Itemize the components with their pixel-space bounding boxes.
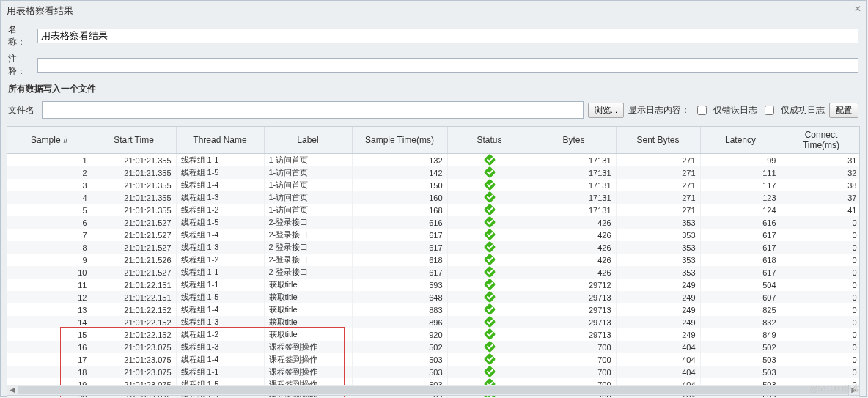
table-row[interactable]: 1521:01:22.152线程组 1-2获取title920297132498… [7,328,860,341]
status-ok-icon [483,154,496,166]
cell: 29713 [532,328,616,341]
browse-button[interactable]: 浏览... [588,103,624,118]
cell: 15 [7,328,92,341]
cell [447,303,532,316]
table-row[interactable]: 321:01:21.355线程组 1-41-访问首页15017131271117… [7,179,860,191]
status-ok-icon [483,204,496,215]
cell: 21:01:22.152 [92,316,176,328]
status-ok-icon [483,191,496,203]
comment-input[interactable] [37,58,858,73]
cell: 21:01:21.355 [92,179,176,191]
scroll-left-icon[interactable]: ◄ [7,385,18,395]
cell [447,191,532,204]
cell: 2-登录接口 [264,241,352,254]
name-row: 名称： [1,21,866,51]
table-row[interactable]: 1421:01:22.152线程组 1-3获取title896297132498… [7,316,860,328]
results-table-wrap[interactable]: Sample #Start TimeThread NameLabelSample… [7,126,860,397]
table-row[interactable]: 1021:01:21.527线程组 1-12-登录接口6174263536170 [7,266,860,279]
col-8[interactable]: Latency [700,127,781,154]
table-row[interactable]: 621:01:21.527线程组 1-52-登录接口6164263536160 [7,216,860,229]
config-button[interactable]: 配置 [829,103,858,118]
cell: 353 [616,229,700,241]
table-row[interactable]: 521:01:21.355线程组 1-21-访问首页16817131271124… [7,204,860,216]
col-2[interactable]: Thread Name [176,127,264,154]
status-ok-icon [483,303,496,315]
table-row[interactable]: 221:01:21.355线程组 1-51-访问首页14217131271111… [7,166,860,179]
cell: 获取title [264,279,352,291]
cell: 700 [532,341,616,353]
cell: 21:01:21.355 [92,166,176,179]
cell [447,166,532,179]
window-title: 用表格察看结果 [1,1,866,21]
cell [447,154,532,167]
cell: 920 [352,328,447,341]
cell: 124 [700,204,781,216]
cell: 616 [352,216,447,229]
col-7[interactable]: Sent Bytes [616,127,700,154]
cell: 29713 [532,291,616,303]
results-table: Sample #Start TimeThread NameLabelSample… [7,127,860,397]
cell: 700 [532,366,616,378]
cell: 21:01:21.355 [92,191,176,204]
cell: 38 [781,179,860,191]
cell: 502 [352,341,447,353]
table-row[interactable]: 1721:01:23.075线程组 1-4课程签到操作5037004045030 [7,353,860,366]
cell: 1-访问首页 [264,191,352,204]
table-row[interactable]: 421:01:21.355线程组 1-31-访问首页16017131271123… [7,191,860,204]
cell: 249 [616,279,700,291]
cell: 160 [352,191,447,204]
cell: 426 [532,266,616,279]
cell: 线程组 1-4 [176,303,264,316]
scroll-thumb[interactable] [18,386,849,394]
col-9[interactable]: Connect Time(ms) [781,127,860,154]
status-ok-icon [483,328,496,340]
cell [447,328,532,341]
cell: 249 [616,291,700,303]
cell: 0 [781,291,860,303]
status-ok-icon [483,179,496,191]
table-row[interactable]: 1821:01:23.075线程组 1-1课程签到操作5037004045030 [7,366,860,378]
col-1[interactable]: Start Time [92,127,176,154]
cell: 线程组 1-4 [176,229,264,241]
cell: 404 [616,341,700,353]
cell: 503 [352,366,447,378]
table-row[interactable]: 121:01:21.355线程组 1-11-访问首页13217131271993… [7,154,860,167]
col-3[interactable]: Label [264,127,352,154]
table-row[interactable]: 721:01:21.527线程组 1-42-登录接口6174263536170 [7,229,860,241]
col-4[interactable]: Sample Time(ms) [352,127,447,154]
name-input[interactable] [37,29,858,43]
only-error-label: 仅错误日志 [713,104,757,117]
cell: 271 [616,191,700,204]
cell: 课程签到操作 [264,341,352,353]
file-input[interactable] [42,101,584,119]
cell: 617 [700,266,781,279]
cell: 21:01:22.151 [92,291,176,303]
cell: 21:01:21.527 [92,241,176,254]
cell: 21:01:21.355 [92,154,176,167]
only-error-checkbox[interactable] [697,106,707,115]
cell: 0 [781,229,860,241]
only-success-checkbox[interactable] [765,106,774,115]
col-5[interactable]: Status [447,127,532,154]
table-row[interactable]: 821:01:21.527线程组 1-32-登录接口6174263536170 [7,241,860,254]
cell: 132 [352,154,447,167]
table-row[interactable]: 921:01:21.526线程组 1-22-登录接口6184263536180 [7,254,860,266]
status-ok-icon [483,254,496,265]
table-row[interactable]: 1121:01:22.151线程组 1-1获取title593297122495… [7,279,860,291]
cell: 线程组 1-3 [176,316,264,328]
cell: 5 [7,204,92,216]
col-6[interactable]: Bytes [532,127,616,154]
table-row[interactable]: 1221:01:22.151线程组 1-5获取title648297132496… [7,291,860,303]
table-row[interactable]: 1621:01:23.075线程组 1-3课程签到操作5027004045020 [7,341,860,353]
col-0[interactable]: Sample # [7,127,92,154]
status-ok-icon [483,353,496,365]
cell: 271 [616,204,700,216]
cell: 0 [781,316,860,328]
horizontal-scrollbar[interactable]: ◄ ► [7,385,860,396]
cell: 271 [616,179,700,191]
close-icon[interactable]: ✕ [854,4,861,14]
table-row[interactable]: 1321:01:22.152线程组 1-4获取title883297132498… [7,303,860,316]
cell: 线程组 1-3 [176,241,264,254]
cell: 线程组 1-1 [176,366,264,378]
cell: 2 [7,166,92,179]
